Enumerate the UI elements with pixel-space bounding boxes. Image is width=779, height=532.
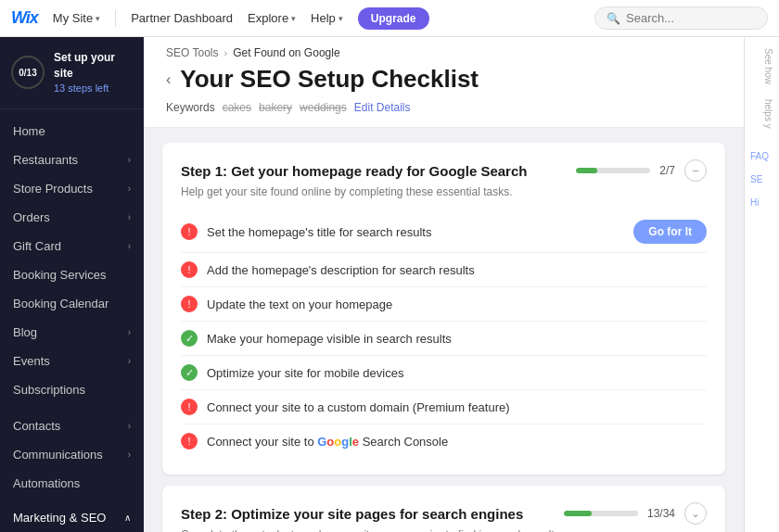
- blog-chevron-icon: ›: [128, 327, 131, 337]
- right-panel-text: See how: [750, 48, 773, 84]
- keyword-bakery: bakery: [259, 101, 292, 114]
- explore-menu[interactable]: Explore ▾: [248, 11, 296, 25]
- step2-progress-fill: [564, 511, 592, 516]
- step2-card: Step 2: Optimize your site pages for sea…: [162, 486, 725, 532]
- breadcrumb: SEO Tools › Get Found on Google: [144, 37, 744, 59]
- sidebar-item-home[interactable]: Home: [0, 117, 144, 146]
- sidebar-nav: Home Restaurants › Store Products › Orde…: [0, 109, 144, 532]
- task-search-console: ! Connect your site to Google Search Con…: [181, 424, 707, 458]
- back-button[interactable]: ‹: [166, 71, 171, 88]
- task-visible: ✓ Make your homepage visible in search r…: [181, 321, 707, 355]
- task-text: Set the homepage's title for search resu…: [207, 225, 624, 239]
- sidebar-item-restaurants[interactable]: Restaurants ›: [0, 146, 144, 174]
- edit-details-link[interactable]: Edit Details: [354, 101, 411, 114]
- steps-left-link[interactable]: 13 steps left: [54, 82, 109, 94]
- marketing-chevron-icon: ∧: [124, 513, 131, 523]
- sidebar-item-automations[interactable]: Automations: [0, 469, 144, 498]
- step2-progress-bar: [564, 511, 638, 516]
- contacts-chevron-icon: ›: [128, 421, 131, 431]
- checklist-area: Step 1: Get your homepage ready for Goog…: [144, 128, 744, 532]
- sidebar-item-booking-calendar[interactable]: Booking Calendar: [0, 289, 144, 318]
- mysite-chevron-icon: ▾: [96, 14, 100, 23]
- sidebar-item-orders[interactable]: Orders ›: [0, 203, 144, 232]
- restaurants-chevron-icon: ›: [128, 155, 131, 165]
- step1-card: Step 1: Get your homepage ready for Goog…: [162, 143, 725, 475]
- sidebar: 0/13 Set up your site 13 steps left Home…: [0, 37, 144, 532]
- step1-progress-label: 2/7: [659, 164, 675, 177]
- sidebar-item-blog[interactable]: Blog ›: [0, 318, 144, 347]
- go-for-it-button[interactable]: Go for It: [633, 220, 707, 244]
- sidebar-item-marketing-seo[interactable]: Marketing & SEO ∧: [0, 503, 144, 532]
- partner-dashboard-link[interactable]: Partner Dashboard: [131, 11, 233, 25]
- breadcrumb-seo-tools[interactable]: SEO Tools: [166, 46, 218, 59]
- task-homepage-desc: ! Add the homepage's description for sea…: [181, 252, 707, 286]
- progress-text: Set up your site 13 steps left: [54, 50, 133, 95]
- step1-header: Step 1: Get your homepage ready for Goog…: [181, 159, 707, 182]
- help-menu[interactable]: Help ▾: [311, 11, 343, 25]
- explore-chevron-icon: ▾: [291, 14, 296, 23]
- step2-progress: 13/34 ⌄: [564, 502, 707, 525]
- task-error-icon: !: [181, 399, 198, 415]
- sidebar-item-store-products[interactable]: Store Products ›: [0, 174, 144, 203]
- keyword-weddings: weddings: [300, 101, 347, 114]
- page-header: ‹ Your SEO Setup Checklist Keywords cake…: [144, 59, 744, 128]
- upgrade-button[interactable]: Upgrade: [358, 7, 429, 30]
- step1-collapse-button[interactable]: –: [684, 159, 707, 182]
- sidebar-item-events[interactable]: Events ›: [0, 347, 144, 375]
- search-input[interactable]: [626, 11, 756, 25]
- page-title: Your SEO Setup Checklist: [180, 65, 479, 94]
- task-error-icon: !: [181, 261, 198, 278]
- sidebar-item-gift-card[interactable]: Gift Card ›: [0, 232, 144, 260]
- sidebar-item-contacts[interactable]: Contacts ›: [0, 412, 144, 440]
- task-homepage-title: ! Set the homepage's title for search re…: [181, 211, 707, 252]
- keywords-row: Keywords cakes bakery weddings Edit Deta…: [166, 101, 722, 114]
- nav-divider: [115, 10, 116, 27]
- search-bar[interactable]: 🔍: [594, 6, 768, 30]
- task-text: Add the homepage's description for searc…: [207, 263, 707, 277]
- sidebar-item-communications[interactable]: Communications ›: [0, 440, 144, 469]
- step1-progress: 2/7 –: [576, 159, 707, 182]
- task-error-icon: !: [181, 433, 198, 450]
- task-text: Connect your site to Google Search Conso…: [207, 435, 707, 449]
- task-text: Update the text on your homepage: [207, 298, 707, 311]
- right-panel: See how helps y FAQ SE Hi: [744, 37, 779, 532]
- orders-chevron-icon: ›: [128, 212, 131, 222]
- step2-progress-label: 13/34: [647, 507, 675, 520]
- search-icon: 🔍: [607, 12, 620, 25]
- main-content: SEO Tools › Get Found on Google ‹ Your S…: [144, 37, 744, 532]
- help-chevron-icon: ▾: [338, 14, 343, 23]
- se-link[interactable]: SE: [750, 174, 773, 184]
- keyword-cakes: cakes: [223, 101, 251, 114]
- right-panel-text2: helps y: [750, 99, 773, 129]
- faq-link[interactable]: FAQ: [750, 151, 773, 161]
- step1-tasks: ! Set the homepage's title for search re…: [181, 211, 707, 458]
- wix-logo: Wix: [11, 8, 38, 28]
- sidebar-item-subscriptions[interactable]: Subscriptions: [0, 375, 144, 404]
- my-site-menu[interactable]: My Site ▾: [53, 11, 100, 25]
- step1-progress-fill: [576, 168, 596, 173]
- sidebar-item-booking-services[interactable]: Booking Services: [0, 260, 144, 289]
- events-chevron-icon: ›: [128, 356, 131, 366]
- step1-progress-bar: [576, 168, 650, 173]
- task-error-icon: !: [181, 223, 198, 240]
- top-navigation: Wix My Site ▾ Partner Dashboard Explore …: [0, 0, 779, 37]
- content-area: SEO Tools › Get Found on Google ‹ Your S…: [144, 37, 779, 532]
- breadcrumb-current: Get Found on Google: [233, 46, 339, 59]
- communications-chevron-icon: ›: [128, 450, 131, 460]
- progress-circle: 0/13: [11, 56, 45, 89]
- task-text: Optimize your site for mobile devices: [207, 366, 707, 380]
- task-error-icon: !: [181, 296, 198, 312]
- step2-header: Step 2: Optimize your site pages for sea…: [181, 502, 707, 525]
- right-panel-content: See how helps y FAQ SE Hi: [745, 37, 779, 219]
- task-mobile: ✓ Optimize your site for mobile devices: [181, 355, 707, 389]
- hi-link[interactable]: Hi: [750, 197, 773, 208]
- task-update-text: ! Update the text on your homepage: [181, 286, 707, 321]
- step2-subtitle: Complete these tasks to make your site p…: [181, 528, 707, 532]
- task-success-icon: ✓: [181, 364, 198, 381]
- task-text: Make your homepage visible in search res…: [207, 332, 707, 346]
- setup-progress: 0/13 Set up your site 13 steps left: [0, 37, 144, 109]
- store-products-chevron-icon: ›: [128, 184, 131, 194]
- task-success-icon: ✓: [181, 330, 198, 347]
- step2-title: Step 2: Optimize your site pages for sea…: [181, 506, 523, 522]
- step2-collapse-button[interactable]: ⌄: [684, 502, 707, 525]
